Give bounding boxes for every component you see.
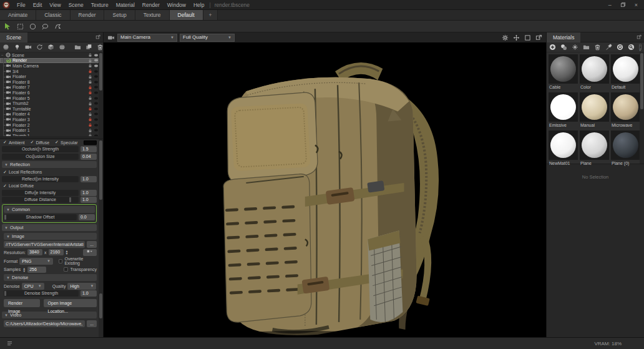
resolution-preset-button[interactable] — [83, 249, 97, 256]
diffuse-distance-value[interactable]: 1.0 — [80, 197, 97, 203]
material-card-emissive[interactable]: Emissive — [549, 92, 578, 129]
marquee-select-icon[interactable] — [15, 22, 25, 31]
materials-tab[interactable]: Materials — [547, 32, 580, 42]
close-button[interactable]: × — [635, 2, 638, 8]
menu-item-view[interactable]: View — [46, 2, 64, 8]
material-card-default[interactable]: Default — [611, 54, 640, 91]
material-sphere-icon[interactable] — [560, 44, 567, 51]
material-card-color[interactable]: Color — [580, 54, 609, 91]
tree-item-floater-6[interactable]: Floater 6 — [0, 90, 99, 96]
tree-item-3-4[interactable]: 3/4 — [0, 69, 99, 74]
local-reflections-toggle[interactable]: ✓Local Reflections — [3, 170, 97, 175]
tree-item-floater-8[interactable]: Floater 8 — [0, 79, 99, 85]
tab-texture[interactable]: Texture — [135, 10, 170, 20]
denoise-device-dropdown[interactable]: CPU▼ — [22, 283, 44, 290]
tree-scrollbar[interactable] — [99, 52, 103, 139]
overwrite-checkbox[interactable] — [59, 259, 63, 263]
tree-item-floater-7[interactable]: Floater 7 — [0, 85, 99, 91]
refresh-icon[interactable] — [617, 44, 623, 51]
tree-item-turntable[interactable]: Turntable — [0, 106, 99, 112]
material-card-cable[interactable]: Cable — [549, 54, 578, 91]
tab-classic[interactable]: Classic — [36, 10, 70, 20]
duplicate-icon[interactable] — [85, 44, 92, 51]
ellipse-select-icon[interactable] — [27, 22, 37, 31]
pipette-icon[interactable] — [605, 44, 612, 51]
materials-scrollbar[interactable] — [640, 52, 644, 164]
popout-icon[interactable] — [637, 34, 644, 41]
menu-item-render[interactable]: Render — [139, 2, 163, 8]
folder-icon[interactable] — [74, 44, 81, 51]
quality-dropdown[interactable]: High▼ — [67, 283, 96, 290]
occlusion-strength-value[interactable]: 1.5 — [80, 146, 97, 152]
pan-icon[interactable] — [512, 34, 520, 41]
trash-icon[interactable] — [97, 44, 104, 51]
folder-icon[interactable] — [583, 44, 590, 51]
menu-item-window[interactable]: Window — [163, 2, 190, 8]
light-mode-ambient[interactable]: Ambient — [9, 140, 25, 145]
resolution-width-field[interactable]: 3840 — [27, 249, 42, 255]
app-logo-skull-icon[interactable] — [2, 1, 11, 9]
maximize-icon[interactable] — [524, 34, 531, 41]
add-tab-button[interactable]: + — [203, 10, 218, 20]
light-mode-diffuse[interactable]: Diffuse — [36, 140, 49, 145]
resolution-height-field[interactable]: 2160 — [49, 249, 64, 255]
tree-item-render[interactable]: Render — [0, 58, 99, 64]
tab-setup[interactable]: Setup — [104, 10, 135, 20]
sphere-icon[interactable] — [2, 44, 9, 51]
popout-icon[interactable] — [535, 34, 542, 41]
tree-item-floater-4[interactable]: Floater 4 — [0, 112, 99, 117]
menu-item-help[interactable]: Help — [190, 2, 208, 8]
popout-icon[interactable] — [95, 34, 103, 41]
quality-select[interactable]: Full Quality▼ — [180, 34, 235, 42]
search-icon[interactable] — [628, 44, 635, 51]
material-card-plane[interactable]: Plane — [580, 130, 609, 167]
burst-icon[interactable] — [572, 44, 578, 51]
tab-default[interactable]: Default — [170, 10, 203, 20]
material-card-newmat01[interactable]: NewMat01 — [549, 130, 578, 167]
tree-hscrollbar[interactable] — [0, 136, 99, 139]
video-browse-button[interactable]: ... — [87, 320, 97, 327]
format-dropdown[interactable]: PNG▼ — [19, 258, 53, 265]
camera-icon[interactable] — [25, 44, 32, 51]
tree-item-floater-2[interactable]: Floater 2 — [0, 122, 99, 128]
video-path-field[interactable]: C:/Users/Utilizador/Desktop/Microwave, — [4, 320, 85, 327]
output-section-header[interactable]: ▼Output — [2, 224, 97, 231]
menu-item-scene[interactable]: Scene — [65, 2, 87, 8]
reflection-intensity-slider[interactable]: Reflection Intensity — [2, 176, 79, 182]
material-filter-input[interactable]: - / — [639, 44, 642, 51]
tree-item-main-camera[interactable]: Main Camera — [0, 63, 99, 69]
render-image-button[interactable]: Render Image — [4, 299, 40, 307]
material-card-microwave[interactable]: Microwave — [611, 92, 640, 129]
menu-item-edit[interactable]: Edit — [29, 2, 46, 8]
render-canvas[interactable] — [104, 42, 546, 337]
tree-item-floater-1[interactable]: Floater 1 — [0, 127, 99, 133]
tree-item-thumb2[interactable]: Thumb2 — [0, 101, 99, 106]
shadow-color-swatch[interactable] — [84, 140, 97, 145]
restore-window-button[interactable] — [620, 2, 626, 7]
shadow-offset-slider[interactable]: Shadow Offset — [4, 214, 77, 220]
scene-tab[interactable]: Scene — [0, 32, 27, 42]
hamburger-icon[interactable] — [6, 340, 14, 347]
cube-icon[interactable] — [47, 44, 54, 51]
shadow-offset-value[interactable]: 0.0 — [79, 214, 95, 220]
properties-scrollbar[interactable] — [99, 139, 103, 337]
light-mode-specular[interactable]: Specular — [61, 140, 78, 145]
common-section-header[interactable]: ▼Common — [4, 206, 95, 213]
add-icon[interactable] — [549, 44, 556, 51]
light-icon[interactable] — [14, 44, 21, 51]
samples-field[interactable]: 256 — [27, 267, 46, 273]
samples-stepper[interactable]: ▲▼ — [22, 267, 26, 272]
diffuse-distance-slider[interactable]: Diffuse Distance — [2, 197, 79, 203]
tab-render[interactable]: Render — [71, 10, 105, 20]
tree-root-scene[interactable]: −Scene — [0, 52, 99, 58]
occlusion-size-value[interactable]: 0.04 — [80, 154, 97, 160]
select-cursor-icon[interactable] — [2, 22, 12, 31]
image-section-header[interactable]: ▼Image — [4, 233, 97, 240]
tab-animate[interactable]: Animate — [0, 10, 36, 20]
tree-item-floater[interactable]: Floater — [0, 74, 99, 79]
minimize-button[interactable]: – — [608, 2, 612, 8]
resolution-stepper[interactable]: ▲▼ — [66, 250, 69, 255]
menu-item-material[interactable]: Material — [112, 2, 139, 8]
denoise-strength-slider[interactable]: Denoise Strength — [4, 290, 79, 297]
turntable-icon[interactable] — [36, 44, 43, 51]
